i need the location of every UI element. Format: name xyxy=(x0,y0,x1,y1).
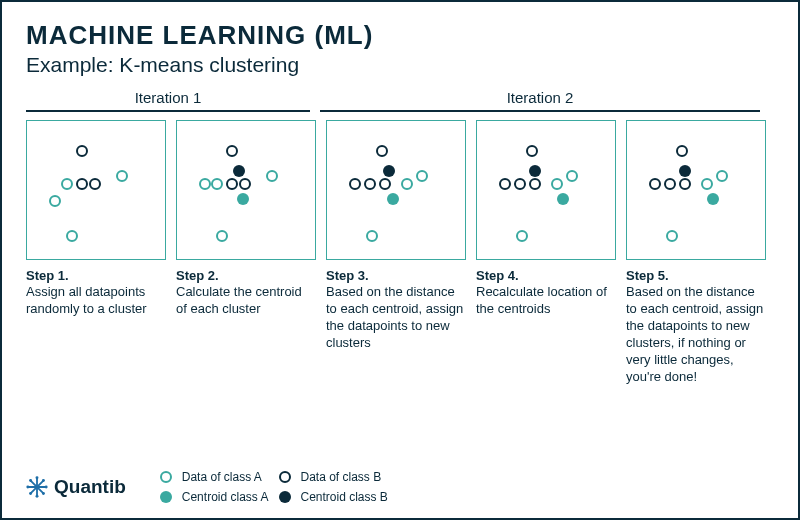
datapoint-a xyxy=(61,178,73,190)
step-5-text: Based on the distance to each centroid, … xyxy=(626,284,763,383)
step-4-caption: Step 4. Recalculate location of the cent… xyxy=(476,268,616,319)
legend-centroid-a-label: Centroid class A xyxy=(182,490,269,504)
svg-point-10 xyxy=(29,492,32,495)
datapoint-b xyxy=(349,178,361,190)
step-3-label: Step 3. xyxy=(326,268,369,283)
legend-data-a-label: Data of class A xyxy=(182,470,269,484)
datapoint-a xyxy=(266,170,278,182)
svg-point-4 xyxy=(36,476,39,479)
datapoint-b xyxy=(514,178,526,190)
centroid-a xyxy=(557,193,569,205)
datapoint-b xyxy=(76,145,88,157)
datapoint-b xyxy=(649,178,661,190)
datapoint-a xyxy=(211,178,223,190)
step-4-text: Recalculate location of the centroids xyxy=(476,284,607,316)
step-1-plot xyxy=(26,120,166,260)
brand-snowflake-icon xyxy=(26,476,48,498)
step-2-panel: Step 2. Calculate the centroid of each c… xyxy=(176,120,316,386)
datapoint-b xyxy=(676,145,688,157)
step-1-label: Step 1. xyxy=(26,268,69,283)
datapoint-a xyxy=(199,178,211,190)
datapoint-a xyxy=(716,170,728,182)
iteration-1-rule xyxy=(26,110,310,112)
svg-point-11 xyxy=(42,479,45,482)
step-3-caption: Step 3. Based on the distance to each ce… xyxy=(326,268,466,352)
page-subtitle: Example: K-means clustering xyxy=(26,53,774,77)
datapoint-a xyxy=(401,178,413,190)
step-3-panel: Step 3. Based on the distance to each ce… xyxy=(326,120,466,386)
datapoint-b xyxy=(226,178,238,190)
legend-centroid-b-label: Centroid class B xyxy=(301,490,388,504)
step-2-plot xyxy=(176,120,316,260)
footer: Quantib Data of class A Data of class B … xyxy=(26,470,388,504)
page-title: MACHINE LEARNING (ML) xyxy=(26,20,774,51)
datapoint-b xyxy=(76,178,88,190)
iteration-2-rule xyxy=(320,110,760,112)
svg-point-7 xyxy=(45,486,48,489)
iteration-headers: Iteration 1 Iteration 2 xyxy=(26,89,774,112)
centroid-b xyxy=(679,165,691,177)
iteration-1-text: Iteration 1 xyxy=(135,89,202,106)
centroid-b xyxy=(233,165,245,177)
iteration-1-label: Iteration 1 xyxy=(26,89,310,112)
datapoint-a xyxy=(551,178,563,190)
datapoint-a xyxy=(566,170,578,182)
datapoint-b xyxy=(664,178,676,190)
step-5-caption: Step 5. Based on the distance to each ce… xyxy=(626,268,766,386)
step-2-caption: Step 2. Calculate the centroid of each c… xyxy=(176,268,316,319)
step-5-panel: Step 5. Based on the distance to each ce… xyxy=(626,120,766,386)
centroid-a xyxy=(707,193,719,205)
svg-point-8 xyxy=(29,479,32,482)
datapoint-b xyxy=(529,178,541,190)
step-3-plot xyxy=(326,120,466,260)
datapoint-b xyxy=(679,178,691,190)
datapoint-a xyxy=(516,230,528,242)
step-4-plot xyxy=(476,120,616,260)
datapoint-b xyxy=(89,178,101,190)
step-2-text: Calculate the centroid of each cluster xyxy=(176,284,302,316)
legend-centroid-b-icon xyxy=(279,491,291,503)
datapoint-b xyxy=(376,145,388,157)
datapoint-a xyxy=(116,170,128,182)
datapoint-a xyxy=(666,230,678,242)
datapoint-b xyxy=(364,178,376,190)
step-panels: Step 1. Assign all datapoints randomly t… xyxy=(26,120,774,386)
iteration-2-text: Iteration 2 xyxy=(507,89,574,106)
brand-logo: Quantib xyxy=(26,476,126,498)
step-4-label: Step 4. xyxy=(476,268,519,283)
step-1-panel: Step 1. Assign all datapoints randomly t… xyxy=(26,120,166,386)
datapoint-b xyxy=(379,178,391,190)
step-5-label: Step 5. xyxy=(626,268,669,283)
datapoint-b xyxy=(239,178,251,190)
centroid-b xyxy=(529,165,541,177)
svg-point-6 xyxy=(26,486,29,489)
datapoint-a xyxy=(49,195,61,207)
datapoint-a xyxy=(416,170,428,182)
datapoint-b xyxy=(499,178,511,190)
centroid-a xyxy=(387,193,399,205)
svg-point-5 xyxy=(36,495,39,498)
legend-data-a-icon xyxy=(160,471,172,483)
legend-data-b-icon xyxy=(279,471,291,483)
datapoint-a xyxy=(216,230,228,242)
legend-data-b-label: Data of class B xyxy=(301,470,388,484)
datapoint-a xyxy=(701,178,713,190)
svg-point-9 xyxy=(42,492,45,495)
datapoint-b xyxy=(526,145,538,157)
diagram-frame: MACHINE LEARNING (ML) Example: K-means c… xyxy=(0,0,800,520)
step-4-panel: Step 4. Recalculate location of the cent… xyxy=(476,120,616,386)
legend: Data of class A Data of class B Centroid… xyxy=(160,470,388,504)
datapoint-a xyxy=(366,230,378,242)
datapoint-a xyxy=(66,230,78,242)
brand-name: Quantib xyxy=(54,476,126,498)
step-5-plot xyxy=(626,120,766,260)
step-3-text: Based on the distance to each centroid, … xyxy=(326,284,463,350)
centroid-b xyxy=(383,165,395,177)
centroid-a xyxy=(237,193,249,205)
step-1-caption: Step 1. Assign all datapoints randomly t… xyxy=(26,268,166,319)
datapoint-b xyxy=(226,145,238,157)
step-1-text: Assign all datapoints randomly to a clus… xyxy=(26,284,147,316)
step-2-label: Step 2. xyxy=(176,268,219,283)
snowflake-svg xyxy=(26,476,48,498)
legend-centroid-a-icon xyxy=(160,491,172,503)
